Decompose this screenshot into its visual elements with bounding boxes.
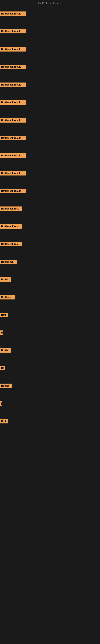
- bottleneck-result-label: Bottleneck result: [0, 64, 26, 69]
- bottleneck-result-label: Bottleneck result: [0, 189, 26, 193]
- bottleneck-result-label: Bottlen: [0, 384, 12, 388]
- bottleneck-result-label: Bott: [0, 419, 8, 424]
- bottleneck-result-label: Bottleneck result: [0, 153, 26, 158]
- bottleneck-result-label: Bottleneck resu: [0, 224, 22, 228]
- bottleneck-result-label: Bottleneck resu: [0, 242, 22, 246]
- bottleneck-result-label: |: [0, 401, 2, 406]
- bottleneck-result-label: Bottle: [0, 277, 11, 282]
- bottleneck-result-label: Bottleneck result: [0, 136, 26, 140]
- bottleneck-result-label: B: [0, 330, 3, 335]
- bottleneck-result-label: Bo: [0, 366, 5, 370]
- bottleneck-result-label: Bottleneck result: [0, 29, 26, 34]
- bottleneck-result-label: Bottleneck: [0, 260, 17, 264]
- site-title: TheBottlenecker.com: [0, 2, 100, 5]
- bottleneck-result-label: Bottleneck result: [0, 12, 26, 16]
- bottleneck-result-label: Bottle: [0, 348, 11, 352]
- bottleneck-result-label: Bottleneck result: [0, 82, 26, 87]
- bottleneck-result-label: Bottlenec: [0, 295, 15, 300]
- bottleneck-result-label: Bottleneck result: [0, 47, 26, 52]
- bottleneck-result-label: Bottleneck resu: [0, 206, 22, 211]
- bottleneck-result-label: Bottleneck result: [0, 118, 26, 122]
- bottleneck-result-label: Bottleneck result: [0, 171, 26, 176]
- bottleneck-result-label: Bott: [0, 313, 8, 317]
- bottleneck-result-label: Bottleneck result: [0, 100, 26, 105]
